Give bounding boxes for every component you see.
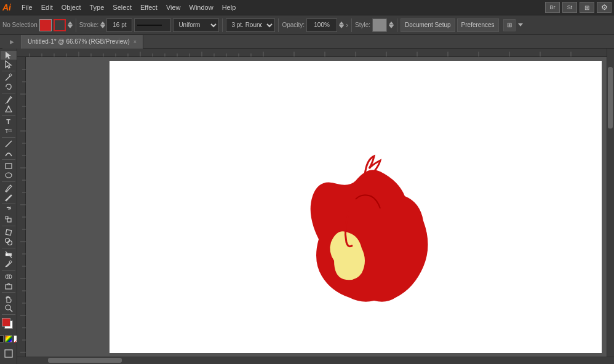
lasso-tool-button[interactable]	[1, 82, 17, 91]
menu-type[interactable]: Type	[86, 2, 109, 12]
arc-tool-button[interactable]	[1, 149, 17, 157]
selection-tool-button[interactable]	[1, 51, 17, 60]
tool-separator-9	[2, 248, 15, 248]
style-up-arrow[interactable]	[389, 22, 394, 25]
rectangle-tool-button[interactable]	[1, 162, 17, 170]
touch-type-button[interactable]: T⌑	[1, 127, 17, 135]
tool-separator-11	[2, 292, 15, 293]
extra-toolbar-icons: ⊞	[503, 19, 523, 31]
arrange-icon[interactable]: ⊞	[503, 19, 516, 31]
menu-file[interactable]: File	[17, 2, 37, 12]
direct-selection-tool-button[interactable]	[1, 60, 17, 69]
scale-tool-button[interactable]	[1, 215, 17, 224]
divider-4	[351, 18, 352, 32]
pencil-button[interactable]	[1, 193, 17, 202]
selection-label: No Selection	[2, 22, 38, 28]
tool-separator-1	[2, 71, 15, 71]
svg-rect-7	[6, 164, 12, 168]
h-scroll-thumb[interactable]	[48, 358, 122, 363]
artboard	[110, 61, 602, 353]
divider-1	[76, 18, 76, 32]
workspace-switcher-icon[interactable]: ⊞	[580, 2, 594, 13]
rotate-tool-button[interactable]	[1, 206, 17, 215]
stroke-size-input[interactable]	[106, 18, 132, 32]
tool-separator-8	[2, 226, 15, 226]
v-scroll-thumb[interactable]	[608, 67, 613, 129]
fill-color-box[interactable]	[39, 19, 52, 31]
stroke-down-arrow[interactable]	[100, 25, 105, 28]
svg-point-18	[6, 275, 8, 279]
horizontal-scrollbar[interactable]	[17, 357, 614, 364]
ellipse-tool-button[interactable]	[1, 171, 17, 180]
svg-marker-0	[6, 52, 11, 59]
stroke-up-arrow[interactable]	[100, 22, 105, 25]
blend-tool-button[interactable]	[1, 272, 17, 281]
stroke-style-select[interactable]: 3 pt. Round	[226, 18, 275, 32]
color-down-arrow[interactable]	[68, 25, 73, 28]
opacity-up-arrow[interactable]	[339, 22, 344, 25]
opacity-down-arrow[interactable]	[339, 25, 344, 28]
live-paint-button[interactable]	[1, 282, 17, 290]
menu-select[interactable]: Select	[108, 2, 136, 12]
pen-tool-button[interactable]	[1, 95, 17, 104]
menu-edit[interactable]: Edit	[37, 2, 57, 12]
left-toolbar: T T⌑	[0, 49, 17, 364]
anchor-point-button[interactable]	[1, 105, 17, 113]
line-tool-button[interactable]	[1, 140, 17, 148]
tool-separator-10	[2, 270, 15, 271]
bottom-toolbar-icons	[1, 346, 17, 362]
divider-3	[278, 18, 279, 32]
style-label: Style:	[355, 22, 370, 28]
document-setup-button[interactable]: Document Setup	[401, 18, 455, 32]
svg-point-8	[6, 173, 12, 178]
menu-window[interactable]: Window	[185, 2, 218, 12]
none-swatch[interactable]	[0, 335, 4, 342]
main-toolbar: No Selection Stroke: Uniform 3 pt. Round…	[0, 15, 614, 35]
preferences-button[interactable]: Preferences	[457, 18, 499, 32]
style-preview-box[interactable]	[372, 18, 387, 32]
opacity-input[interactable]	[306, 18, 337, 32]
stroke-color-box[interactable]	[54, 19, 66, 31]
selection-indicator: No Selection	[2, 19, 73, 31]
bridge-icon[interactable]: Br	[545, 2, 560, 13]
opacity-arrows	[339, 22, 344, 28]
tool-separator-4	[2, 137, 15, 138]
tool-separator-3	[2, 115, 15, 116]
magic-wand-button[interactable]	[1, 73, 17, 82]
svg-point-5	[7, 106, 9, 108]
type-tool-button[interactable]: T	[1, 117, 17, 126]
foreground-color-swatch[interactable]	[2, 318, 10, 326]
gradient-swatch[interactable]	[5, 335, 12, 342]
style-down-arrow[interactable]	[389, 25, 394, 28]
stroke-size-group	[100, 18, 132, 32]
free-transform-button[interactable]	[1, 228, 17, 237]
svg-rect-22	[6, 285, 12, 289]
ruler-vertical	[17, 57, 26, 357]
shape-builder-button[interactable]	[1, 237, 17, 246]
eyedropper-button[interactable]	[1, 259, 17, 268]
menu-bar: Ai File Edit Object Type Select Effect V…	[0, 0, 614, 15]
document-tab[interactable]: Untitled-1* @ 66.67% (RGB/Preview) ×	[21, 35, 143, 49]
sync-icon[interactable]: ⚙	[597, 2, 612, 13]
tab-close-button[interactable]: ×	[134, 39, 137, 45]
divider-2	[222, 18, 223, 32]
zoom-tool-button[interactable]	[1, 304, 17, 312]
menu-help[interactable]: Help	[218, 2, 241, 12]
color-arrows	[68, 22, 73, 28]
menu-effect[interactable]: Effect	[136, 2, 162, 12]
gradient-tool-button[interactable]	[1, 250, 17, 259]
vertical-scrollbar[interactable]	[607, 49, 614, 357]
arrange-dropdown-arrow[interactable]	[518, 23, 523, 26]
tool-separator-6	[2, 181, 15, 182]
svg-point-13	[5, 239, 9, 243]
tool-separator-5	[2, 159, 15, 160]
stroke-type-select[interactable]: Uniform	[173, 18, 219, 32]
hand-tool-button[interactable]	[1, 295, 17, 303]
screen-mode-button[interactable]	[1, 347, 17, 360]
menu-object[interactable]: Object	[57, 2, 86, 12]
paintbrush-button[interactable]	[1, 184, 17, 192]
color-up-arrow[interactable]	[68, 22, 73, 25]
stock-icon[interactable]: St	[562, 2, 577, 13]
menu-view[interactable]: View	[162, 2, 185, 12]
svg-line-4	[6, 103, 7, 104]
